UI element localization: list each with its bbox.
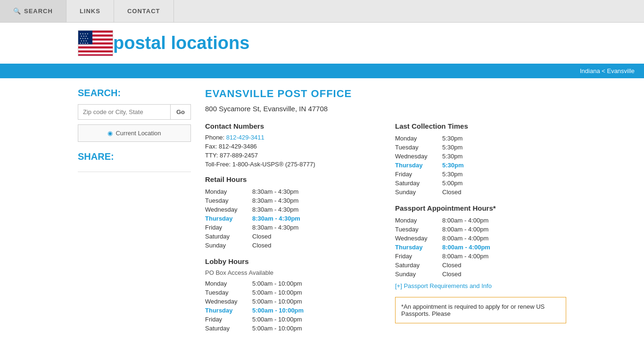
- svg-rect-12: [78, 54, 113, 56]
- svg-rect-9: [78, 49, 113, 50]
- hours-cell: 8:00am - 4:00pm: [442, 225, 566, 234]
- breadcrumb-state[interactable]: Indiana: [580, 67, 600, 74]
- day-cell: Thursday: [395, 243, 442, 252]
- day-cell: Sunday: [205, 241, 252, 250]
- table-row: Tuesday5:00am - 10:00pm: [205, 288, 376, 297]
- day-cell: Thursday: [205, 306, 252, 315]
- day-cell: Tuesday: [395, 225, 442, 234]
- day-cell: Monday: [205, 187, 252, 196]
- table-row: Thursday8:00am - 4:00pm: [395, 243, 566, 252]
- nav-links[interactable]: LINKS: [66, 0, 114, 22]
- phone-line: Phone: 812-429-3411: [205, 134, 376, 141]
- hours-cell: 8:00am - 4:00pm: [442, 252, 566, 261]
- table-row: Thursday5:00am - 10:00pm: [205, 306, 376, 315]
- navigation: 🔍 SEARCH LINKS CONTACT: [0, 0, 644, 23]
- table-row: SaturdayClosed: [205, 232, 376, 241]
- hours-cell: 8:00am - 4:00pm: [442, 216, 566, 225]
- day-cell: Tuesday: [205, 196, 252, 205]
- hours-cell: 5:30pm: [442, 134, 566, 143]
- tty-line: TTY: 877-889-2457: [205, 152, 376, 159]
- hours-cell: 5:30pm: [442, 161, 566, 170]
- day-cell: Wednesday: [395, 152, 442, 161]
- hours-cell: Closed: [442, 188, 566, 197]
- lobby-subnote: PO Box Access Available: [205, 269, 376, 276]
- day-cell: Friday: [395, 170, 442, 179]
- table-row: Monday8:30am - 4:30pm: [205, 187, 376, 196]
- contact-heading: Contact Numbers: [205, 122, 376, 130]
- svg-rect-11: [78, 52, 113, 54]
- hours-cell: 8:30am - 4:30pm: [252, 214, 376, 223]
- hours-cell: 5:30pm: [442, 143, 566, 152]
- day-cell: Saturday: [395, 179, 442, 188]
- hours-cell: 8:30am - 4:30pm: [252, 196, 376, 205]
- last-collection-table: Monday5:30pmTuesday5:30pmWednesday5:30pm…: [395, 134, 566, 197]
- retail-hours-heading: Retail Hours: [205, 175, 376, 183]
- nav-search[interactable]: 🔍 SEARCH: [0, 0, 66, 22]
- svg-rect-8: [78, 47, 113, 49]
- day-cell: Saturday: [205, 324, 252, 333]
- location-icon: ◉: [107, 130, 113, 137]
- table-row: Friday8:30am - 4:30pm: [205, 223, 376, 232]
- day-cell: Tuesday: [395, 143, 442, 152]
- table-row: Monday5:00am - 10:00pm: [205, 279, 376, 288]
- day-cell: Friday: [205, 315, 252, 324]
- day-cell: Thursday: [395, 161, 442, 170]
- day-cell: Tuesday: [205, 288, 252, 297]
- day-cell: Wednesday: [205, 205, 252, 214]
- lobby-hours-table: Monday5:00am - 10:00pmTuesday5:00am - 10…: [205, 279, 376, 333]
- passport-hours-table: Monday8:00am - 4:00pmTuesday8:00am - 4:0…: [395, 216, 566, 279]
- retail-hours-table: Monday8:30am - 4:30pmTuesday8:30am - 4:3…: [205, 187, 376, 250]
- hours-cell: Closed: [442, 261, 566, 270]
- day-cell: Friday: [205, 223, 252, 232]
- day-cell: Wednesday: [395, 234, 442, 243]
- table-row: Wednesday5:30pm: [395, 152, 566, 161]
- table-row: Tuesday8:00am - 4:00pm: [395, 225, 566, 234]
- hours-cell: 5:00pm: [442, 179, 566, 188]
- day-cell: Saturday: [205, 232, 252, 241]
- day-cell: Thursday: [205, 214, 252, 223]
- last-collection-heading: Last Collection Times: [395, 122, 566, 130]
- day-cell: Monday: [395, 134, 442, 143]
- hours-cell: 5:30pm: [442, 170, 566, 179]
- post-office-address: 800 Sycamore St, Evansville, IN 47708: [205, 105, 566, 113]
- search-input[interactable]: [78, 104, 171, 120]
- svg-rect-7: [78, 44, 113, 46]
- current-location-button[interactable]: ◉ Current Location: [78, 124, 191, 142]
- table-row: Monday8:00am - 4:00pm: [395, 216, 566, 225]
- day-cell: Sunday: [395, 188, 442, 197]
- table-row: SundayClosed: [395, 188, 566, 197]
- post-office-title: EVANSVILLE POST OFFICE: [205, 88, 566, 100]
- hours-cell: 5:00am - 10:00pm: [252, 279, 376, 288]
- logo-flag: ★ ★ ★ ★ ★ ★ ★ ★ ★ ★ ★ ★ ★ ★ ★ ★ ★ ★: [78, 30, 113, 56]
- passport-hours-heading: Passport Appointment Hours*: [395, 204, 566, 212]
- sidebar: SEARCH: Go ◉ Current Location SHARE:: [78, 88, 191, 335]
- nav-contact[interactable]: CONTACT: [114, 0, 174, 22]
- share-title: SHARE:: [78, 151, 191, 162]
- hours-cell: 8:00am - 4:00pm: [442, 243, 566, 252]
- table-row: Saturday5:00am - 10:00pm: [205, 324, 376, 333]
- passport-note: *An appointment is required to apply for…: [395, 297, 566, 323]
- table-row: Monday5:30pm: [395, 134, 566, 143]
- table-row: Wednesday8:00am - 4:00pm: [395, 234, 566, 243]
- lobby-hours-heading: Lobby Hours: [205, 257, 376, 265]
- table-row: Friday5:00am - 10:00pm: [205, 315, 376, 324]
- table-row: SaturdayClosed: [395, 261, 566, 270]
- hours-cell: 5:30pm: [442, 152, 566, 161]
- phone-link[interactable]: 812-429-3411: [226, 134, 264, 141]
- hours-cell: Closed: [442, 270, 566, 279]
- table-row: Wednesday8:30am - 4:30pm: [205, 205, 376, 214]
- table-row: Tuesday8:30am - 4:30pm: [205, 196, 376, 205]
- hours-cell: 8:30am - 4:30pm: [252, 205, 376, 214]
- day-cell: Friday: [395, 252, 442, 261]
- site-logo: postal locations: [113, 33, 249, 53]
- search-go-button[interactable]: Go: [171, 104, 191, 120]
- breadcrumb: Indiana < Evansville: [0, 64, 644, 78]
- main-content: EVANSVILLE POST OFFICE 800 Sycamore St, …: [205, 88, 566, 335]
- fax-line: Fax: 812-429-3486: [205, 143, 376, 150]
- passport-requirements-link[interactable]: [+] Passport Requirements and Info: [395, 282, 566, 289]
- breadcrumb-city: Evansville: [607, 67, 635, 74]
- day-cell: Monday: [395, 216, 442, 225]
- hours-cell: 5:00am - 10:00pm: [252, 297, 376, 306]
- hours-cell: 5:00am - 10:00pm: [252, 306, 376, 315]
- day-cell: Saturday: [395, 261, 442, 270]
